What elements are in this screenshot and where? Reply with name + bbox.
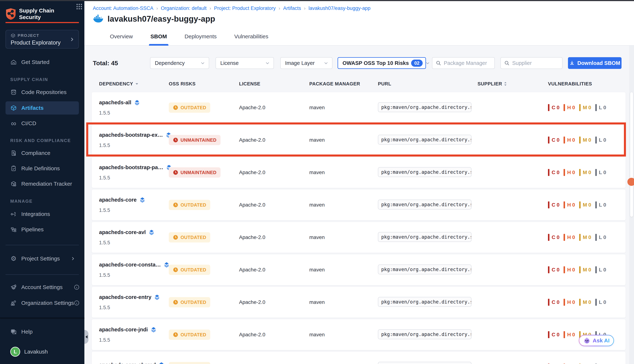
table-row[interactable]: apacheds-bootstrap-ex… 1.5.5 U (92, 125, 625, 156)
sidebar-collapse-handle[interactable] (84, 330, 88, 344)
table-row[interactable]: apacheds-core-consta… 1.5.5 OU (92, 254, 625, 285)
layers-icon[interactable] (148, 229, 155, 236)
layers-icon[interactable] (158, 362, 165, 364)
sidebar-item-code-repositories[interactable]: Code Repositories (6, 86, 79, 99)
breadcrumb-separator: › (156, 6, 158, 11)
package-manager-cell: maven (309, 170, 378, 176)
sidebar-item-cicd[interactable]: ∞ CI/CD (6, 117, 79, 130)
column-header-supplier[interactable]: SUPPLIER (478, 81, 548, 87)
sidebar-item-remediation-tracker[interactable]: Remediation Tracker (6, 177, 79, 190)
package-manager-search-input[interactable] (444, 60, 491, 66)
document-search-icon (10, 150, 17, 156)
scrollbar-track[interactable] (629, 46, 634, 364)
risk-badge: OUTDATED (169, 200, 210, 210)
sidebar-item-get-started[interactable]: Get Started (6, 56, 79, 69)
layers-icon[interactable] (150, 326, 157, 333)
dependency-name: apacheds-core-jndi (99, 326, 148, 333)
sidebar-item-account-settings[interactable]: Account Settings (6, 280, 79, 294)
license-cell: Apache-2.0 (239, 234, 309, 240)
scrollbar-thumb[interactable] (630, 92, 633, 217)
sidebar-item-pipelines[interactable]: Pipelines (6, 223, 79, 236)
package-manager-search (432, 57, 495, 69)
info-icon[interactable] (74, 284, 80, 290)
column-header-vulnerabilities[interactable]: VULNERABILITIES (548, 81, 625, 87)
layers-icon[interactable] (139, 197, 145, 203)
layers-icon[interactable] (154, 294, 160, 300)
tab-deployments[interactable]: Deployments (180, 31, 221, 46)
image-layer-filter-dropdown[interactable]: Image Layer (280, 57, 333, 69)
low-count: L0 (595, 299, 610, 306)
column-header-license[interactable]: LICENSE (239, 81, 309, 87)
sidebar-item-artifacts[interactable]: Artifacts (6, 101, 79, 114)
sidebar-item-help[interactable]: ? Help (6, 325, 79, 338)
license-cell: Apache-2.0 (239, 137, 309, 143)
tab-vulnerabilities[interactable]: Vulnerabilities (230, 31, 273, 46)
risk-badge: UNMAINTAINED (169, 167, 220, 178)
owasp-count-badge: 02 (411, 60, 423, 67)
owasp-risks-filter-dropdown[interactable]: OWASP OSS Top 10 Risks 02 (338, 57, 426, 69)
info-icon[interactable] (74, 300, 80, 306)
breadcrumb-project[interactable]: Project: Product Exploratory (214, 6, 276, 11)
supplier-search-input[interactable] (512, 60, 559, 66)
vulnerabilities-cell: C0 H0 M0 L0 (548, 234, 625, 241)
module-grid-icon[interactable] (76, 3, 83, 10)
dependency-filter-dropdown[interactable]: Dependency (150, 57, 209, 69)
chevron-down-icon (324, 61, 328, 66)
purl-chip[interactable]: pkg:maven/org.apache.directory.s… (378, 135, 471, 144)
chevron-right-icon (69, 37, 75, 42)
column-header-purl[interactable]: PURL (378, 81, 478, 87)
layers-icon[interactable] (134, 100, 140, 106)
breadcrumb-account[interactable]: Account: Automation-SSCA (93, 6, 153, 11)
ask-ai-button[interactable]: Ask AI (579, 335, 614, 346)
medium-count: M0 (579, 266, 595, 273)
critical-count: C0 (548, 104, 563, 111)
sidebar-item-rule-definitions[interactable]: Rule Definitions (6, 162, 79, 175)
table-row[interactable]: apacheds-all 1.5.5 OUTDATED (92, 92, 625, 123)
purl-chip[interactable]: pkg:maven/org.apache.directory.s… (378, 329, 471, 339)
purl-chip[interactable]: pkg:maven/org.apache.directory.s… (378, 264, 471, 274)
table-row[interactable]: apacheds-core-shared OUTDATED (92, 352, 625, 364)
purl-chip[interactable]: pkg:maven/org.apache.directory.s… (378, 297, 471, 307)
purl-cell: pkg:maven/org.apache.directory.s… (378, 232, 478, 243)
purl-chip[interactable]: pkg:maven/org.apache.directory.s… (378, 200, 471, 210)
critical-count: C0 (548, 169, 563, 176)
column-header-oss-risks[interactable]: OSS RISKS (169, 81, 239, 87)
table-row[interactable]: apacheds-core-avl 1.5.5 OUTDAT (92, 222, 625, 253)
purl-chip[interactable]: pkg:maven/org.apache.directory.s… (378, 167, 471, 177)
sidebar-item-compliance[interactable]: Compliance (6, 146, 79, 160)
dependency-version: 1.5.5 (99, 175, 169, 181)
package-manager-cell: maven (309, 267, 378, 273)
license-cell: Apache-2.0 (239, 332, 309, 338)
project-selector[interactable]: PROJECT Product Exploratory (6, 30, 79, 48)
breadcrumb-organization[interactable]: Organization: default (161, 6, 207, 11)
package-manager-cell: maven (309, 202, 378, 208)
column-header-package-manager[interactable]: PACKAGE MANAGER (309, 81, 378, 87)
tab-bar: Overview SBOM Deployments Vulnerabilitie… (106, 31, 273, 46)
sidebar-item-organization-settings[interactable]: Organization Settings (6, 296, 79, 310)
risk-status-icon (173, 300, 178, 305)
download-sbom-button[interactable]: Download SBOM (568, 57, 621, 69)
table-row[interactable]: apacheds-core 1.5.5 OUTDATED (92, 190, 625, 220)
tab-overview[interactable]: Overview (106, 31, 137, 46)
vulnerabilities-cell: C0 H0 M0 L0 (548, 136, 625, 144)
sidebar-item-project-settings[interactable]: ⚙ Project Settings (6, 252, 79, 265)
breadcrumb-artifact-name[interactable]: lavakush07/easy-buggy-app (308, 6, 371, 11)
critical-count: C0 (548, 202, 563, 208)
column-header-dependency[interactable]: DEPENDENCY (99, 81, 169, 87)
sidebar-item-integrations[interactable]: Integrations (6, 208, 79, 221)
sidebar-item-label: Integrations (21, 211, 50, 217)
breadcrumb-artifacts[interactable]: Artifacts (283, 6, 301, 11)
user-menu[interactable]: L Lavakush (10, 347, 48, 357)
chevron-down-icon (265, 61, 270, 66)
license-filter-dropdown[interactable]: License (216, 57, 274, 69)
table-row[interactable]: apacheds-core-entry 1.5.5 OUTD (92, 287, 625, 318)
table-row[interactable]: apacheds-bootstrap-pa… 1.5.5 U (92, 157, 625, 188)
purl-chip[interactable]: pkg:maven/org.apache.directory.s… (378, 232, 471, 242)
low-count: L0 (595, 266, 610, 273)
sidebar-item-label: Project Settings (21, 256, 66, 262)
purl-chip[interactable]: pkg:maven/org.apache.directory.s… (378, 102, 471, 112)
tab-sbom[interactable]: SBOM (146, 31, 171, 46)
license-cell: Apache-2.0 (239, 202, 309, 208)
table-row[interactable]: apacheds-core-jndi 1.5.5 OUTDA (92, 319, 625, 350)
purl-chip[interactable]: pkg:maven/org.apache.directory.s… (378, 362, 471, 364)
